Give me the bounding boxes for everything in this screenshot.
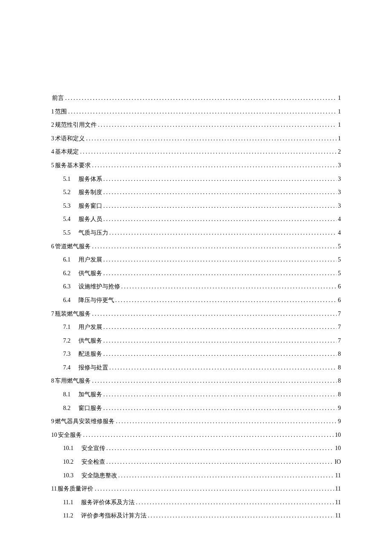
toc-entry: 7瓶装燃气服务7: [51, 310, 341, 318]
toc-leader-dots: [110, 229, 337, 237]
toc-title: 安全服务: [58, 431, 82, 439]
toc-title: 基本规定: [55, 148, 79, 156]
toc-number: 10.3: [63, 471, 74, 480]
toc-entry: 7.2供气服务7: [51, 337, 341, 345]
toc-page-number: 11: [335, 498, 341, 507]
toc-number: 7.1: [63, 323, 71, 331]
toc-number: 7: [51, 310, 54, 318]
toc-page-number: 10: [335, 431, 341, 439]
toc-leader-dots: [110, 363, 337, 372]
toc-title: 管道燃气服务: [55, 242, 91, 251]
toc-title: 供气服务: [78, 337, 102, 345]
toc-leader-dots: [83, 431, 334, 439]
toc-number: 8.2: [63, 404, 71, 413]
toc-leader-dots: [115, 296, 337, 305]
toc-page-number: 7: [338, 310, 341, 318]
toc-title: 前言: [52, 94, 64, 102]
toc-page-number: 1: [338, 134, 341, 143]
toc-page-number: 10: [335, 444, 341, 453]
toc-leader-dots: [104, 323, 337, 331]
toc-title: 服务窗口: [78, 202, 102, 210]
toc-leader-dots: [92, 377, 337, 385]
toc-number: 5: [51, 161, 54, 170]
toc-entry: 5.4服务人员4: [51, 215, 341, 224]
toc-number: 7.4: [63, 363, 71, 372]
toc-entry: 6管道燃气服务5: [51, 242, 341, 251]
toc-entry: 8车用燃气服务8: [51, 377, 341, 385]
toc-number: 8: [51, 377, 54, 385]
toc-leader-dots: [92, 310, 337, 318]
toc-entry: 7.3配送服务8: [51, 350, 341, 358]
toc-leader-dots: [107, 444, 334, 453]
toc-entry: 3术语和定义1: [51, 134, 341, 143]
toc-number: 6.2: [63, 269, 71, 278]
toc-entry: 6.3设施维护与抢修6: [51, 282, 341, 291]
toc-title: 规范性引用文件: [55, 121, 97, 129]
toc-leader-dots: [95, 485, 334, 493]
toc-number: 11.1: [63, 498, 73, 507]
toc-page-number: 4: [338, 229, 341, 237]
toc-entry: 9燃气器具安装维修服务9: [51, 417, 341, 426]
toc-number: 11.2: [63, 511, 73, 520]
toc-page-number: 3: [338, 175, 341, 183]
toc-number: 6.4: [63, 296, 71, 305]
toc-leader-dots: [104, 390, 337, 399]
toc-title: 服务质量评价: [58, 485, 93, 493]
toc-entry: 11.2评价参考指标及计算方法11: [51, 511, 341, 520]
toc-number: 6: [51, 242, 54, 251]
toc-page-number: 3: [338, 202, 341, 210]
toc-title: 报修与处置: [78, 363, 108, 372]
toc-entry: 8.2窗口服务9: [51, 404, 341, 413]
toc-page-number: 11: [335, 471, 341, 480]
toc-number: 3: [51, 134, 54, 143]
toc-leader-dots: [148, 511, 334, 520]
toc-page-number: 8: [338, 363, 341, 372]
toc-number: 5.3: [63, 202, 71, 210]
toc-title: 气质与压力: [78, 229, 108, 237]
toc-page-number: 11: [335, 485, 341, 493]
toc-leader-dots: [121, 282, 337, 291]
toc-entry: 11服务质量评价11: [51, 485, 341, 493]
toc-title: 加气服务: [78, 390, 102, 399]
toc-number: 7.3: [63, 350, 71, 358]
toc-leader-dots: [104, 404, 337, 413]
toc-title: 范围: [55, 108, 67, 116]
toc-entry: 8.1加气服务8: [51, 390, 341, 399]
toc-leader-dots: [92, 161, 337, 170]
toc-entry: 10.1安全宣传10: [51, 444, 341, 453]
toc-leader-dots: [136, 498, 334, 507]
toc-leader-dots: [104, 337, 337, 345]
toc-number: 8.1: [63, 390, 71, 399]
toc-leader-dots: [104, 256, 337, 264]
toc-number: 5.1: [63, 175, 71, 183]
toc-title: 服务制度: [78, 188, 102, 197]
toc-page-number: 3: [338, 188, 341, 197]
toc-page-number: 5: [338, 256, 341, 264]
toc-entry: 11.1服务评价体系及方法11: [51, 498, 341, 507]
toc-number: 4: [51, 148, 54, 156]
toc-number: 7.2: [63, 337, 71, 345]
toc-title: 燃气器具安装维修服务: [55, 417, 115, 426]
toc-title: 窗口服务: [78, 404, 102, 413]
toc-page-number: IO: [334, 458, 341, 466]
toc-leader-dots: [86, 134, 337, 143]
toc-page: 前言11范围12规范性引用文件13术语和定义14基本规定25服务基木要求35.1…: [0, 0, 392, 555]
toc-page-number: 5: [338, 242, 341, 251]
toc-page-number: 8: [338, 350, 341, 358]
toc-title: 设施维护与抢修: [78, 282, 120, 291]
toc-number: 10.1: [63, 444, 74, 453]
toc-page-number: 6: [338, 296, 341, 305]
toc-title: 用户发展: [78, 323, 102, 331]
toc-leader-dots: [104, 269, 337, 278]
toc-title: 服务人员: [78, 215, 102, 224]
toc-number: 6.1: [63, 256, 71, 264]
toc-page-number: 8: [338, 377, 341, 385]
toc-page-number: 1: [338, 94, 341, 102]
toc-number: 5.2: [63, 188, 71, 197]
toc-entry: 6.4降压与停更气6: [51, 296, 341, 305]
toc-leader-dots: [98, 121, 337, 129]
toc-page-number: 11: [335, 511, 341, 520]
toc-leader-dots: [65, 94, 337, 102]
toc-title: 服务评价体系及方法: [81, 498, 135, 507]
toc-entry: 6.2供气服务5: [51, 269, 341, 278]
